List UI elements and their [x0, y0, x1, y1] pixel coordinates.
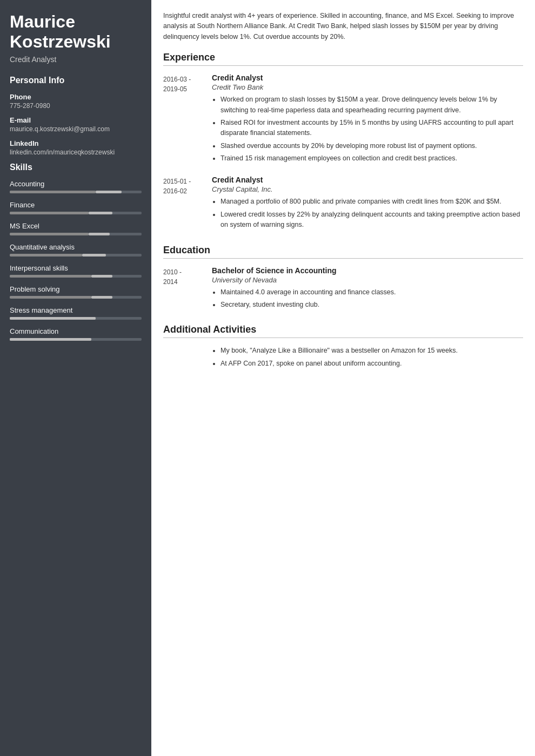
sidebar: Maurice Kostrzewski Credit Analyst Perso…	[0, 0, 151, 756]
skill-bar-fill	[10, 191, 96, 193]
additional-list: My book, "Analyze Like a Billionaire" wa…	[212, 346, 523, 369]
entry-bullets: Maintained 4.0 average in accounting and…	[212, 287, 523, 310]
skill-bar	[10, 191, 142, 193]
skill-item: Interpersonal skills	[10, 264, 142, 278]
skill-item: Problem solving	[10, 285, 142, 299]
bullet-item: Trained 15 risk management employees on …	[220, 153, 523, 164]
candidate-name: Maurice Kostrzewski	[10, 12, 142, 52]
entry-title: Credit Analyst	[212, 73, 523, 82]
skills-section: Skills AccountingFinanceMS ExcelQuantita…	[10, 163, 142, 341]
skill-bar-highlight	[89, 212, 112, 214]
bullet-item: Maintained 4.0 average in accounting and…	[220, 287, 523, 298]
skill-name: MS Excel	[10, 222, 142, 230]
additional-bullet-item: My book, "Analyze Like a Billionaire" wa…	[220, 346, 523, 356]
skill-name: Accounting	[10, 180, 142, 188]
entry: 2015-01 -2016-02Credit AnalystCrystal Ca…	[163, 176, 523, 232]
skills-heading: Skills	[10, 163, 142, 172]
entry-content: Credit AnalystCredit Two BankWorked on p…	[212, 73, 523, 166]
skill-bar-fill	[10, 296, 91, 299]
skill-name: Stress management	[10, 306, 142, 314]
bullet-item: Slashed overdue accounts by 20% by devel…	[220, 141, 523, 151]
skill-bar	[10, 317, 142, 320]
skill-bar	[10, 233, 142, 235]
bullet-item: Lowered credit losses by 22% by analyzin…	[220, 210, 523, 231]
bullet-item: Managed a portfolio of 800 public and pr…	[220, 197, 523, 207]
skill-item: Stress management	[10, 306, 142, 320]
skill-bar	[10, 275, 142, 278]
skill-bar-highlight	[10, 317, 96, 320]
experience-list: 2016-03 -2019-05Credit AnalystCredit Two…	[163, 73, 523, 232]
education-list: 2010 -2014Bachelor of Science in Account…	[163, 266, 523, 313]
skill-bar	[10, 254, 142, 256]
entry-content: Credit AnalystCrystal Capital, Inc.Manag…	[212, 176, 523, 232]
skill-name: Quantitative analysis	[10, 243, 142, 251]
linkedin-label: LinkedIn	[10, 139, 142, 147]
skill-bar-fill	[10, 254, 82, 256]
entry-bullets: Worked on program to slash losses by $15…	[212, 94, 523, 164]
skills-list: AccountingFinanceMS ExcelQuantitative an…	[10, 180, 142, 341]
skill-bar-fill	[10, 233, 89, 235]
skill-name: Finance	[10, 201, 142, 209]
entry: 2010 -2014Bachelor of Science in Account…	[163, 266, 523, 313]
entry-dates: 2010 -2014	[163, 266, 212, 313]
skill-bar-highlight	[89, 233, 110, 235]
entry-content: Bachelor of Science in AccountingUnivers…	[212, 266, 523, 313]
additional-section: Additional Activities My book, "Analyze …	[163, 324, 523, 369]
entry-company: Crystal Capital, Inc.	[212, 185, 523, 193]
experience-section: Experience 2016-03 -2019-05Credit Analys…	[163, 52, 523, 232]
bullet-item: Worked on program to slash losses by $15…	[220, 94, 523, 116]
email-label: E-mail	[10, 116, 142, 124]
additional-bullet-item: At AFP Con 2017, spoke on panel about un…	[220, 359, 523, 369]
personal-info-heading: Personal Info	[10, 76, 142, 85]
skill-item: Accounting	[10, 180, 142, 193]
entry-dates: 2016-03 -2019-05	[163, 73, 212, 166]
entry-bullets: Managed a portfolio of 800 public and pr…	[212, 197, 523, 230]
skill-bar-fill	[10, 275, 91, 278]
skill-bar-highlight	[82, 254, 106, 256]
skill-item: Communication	[10, 327, 142, 341]
entry-title: Bachelor of Science in Accounting	[212, 266, 523, 275]
email-value: maurice.q.kostrzewski@gmail.com	[10, 125, 142, 133]
skill-bar-highlight	[10, 338, 91, 341]
skill-item: Quantitative analysis	[10, 243, 142, 256]
skill-name: Interpersonal skills	[10, 264, 142, 272]
phone-value: 775-287-0980	[10, 102, 142, 110]
main-content: Insightful credit analyst with 4+ years …	[151, 0, 535, 756]
entry-title: Credit Analyst	[212, 176, 523, 184]
education-section: Education 2010 -2014Bachelor of Science …	[163, 245, 523, 313]
skill-bar-highlight	[91, 275, 112, 278]
education-heading: Education	[163, 245, 523, 259]
summary-text: Insightful credit analyst with 4+ years …	[163, 11, 523, 42]
experience-heading: Experience	[163, 52, 523, 66]
skill-name: Problem solving	[10, 285, 142, 293]
skill-bar-highlight	[96, 191, 122, 193]
skill-item: Finance	[10, 201, 142, 214]
entry-dates: 2015-01 -2016-02	[163, 176, 212, 232]
skill-bar-fill	[10, 212, 89, 214]
skill-bar	[10, 212, 142, 214]
skill-bar-highlight	[91, 296, 112, 299]
skill-bar	[10, 338, 142, 341]
skill-item: MS Excel	[10, 222, 142, 235]
skill-name: Communication	[10, 327, 142, 335]
bullet-item: Secretary, student investing club.	[220, 300, 523, 310]
candidate-job-title: Credit Analyst	[10, 55, 142, 64]
entry: 2016-03 -2019-05Credit AnalystCredit Two…	[163, 73, 523, 166]
linkedin-value: linkedin.com/in/mauriceqkostrzewski	[10, 148, 142, 156]
bullet-item: Raised ROI for investment accounts by 15…	[220, 118, 523, 139]
skill-bar	[10, 296, 142, 299]
entry-company: Credit Two Bank	[212, 83, 523, 91]
entry-company: University of Nevada	[212, 276, 523, 284]
additional-heading: Additional Activities	[163, 324, 523, 338]
phone-label: Phone	[10, 93, 142, 101]
